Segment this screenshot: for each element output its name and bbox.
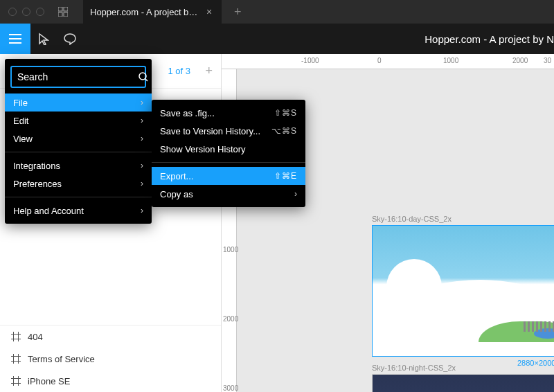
artboard-sky-day[interactable] bbox=[372, 225, 554, 357]
artboard-label[interactable]: Sky-16:10-night-CSS_2x bbox=[372, 364, 456, 372]
layer-label: 404 bbox=[28, 332, 43, 342]
home-grid-icon[interactable] bbox=[58, 7, 68, 17]
layer-label: Terms of Service bbox=[28, 354, 95, 364]
submenu-label: Export... bbox=[160, 171, 193, 181]
shortcut: ⇧⌘S bbox=[274, 108, 297, 118]
submenu-item-save-history[interactable]: Save to Version History... ⌥⌘S bbox=[152, 122, 305, 140]
ruler-tick: 1000 bbox=[223, 246, 238, 253]
submenu-item-show-history[interactable]: Show Version History bbox=[152, 140, 305, 158]
ruler-tick: 0 bbox=[377, 57, 382, 64]
pages-count: 1 of 3 bbox=[168, 66, 190, 76]
search-icon bbox=[138, 72, 148, 82]
layer-label: iPhone SE bbox=[28, 376, 70, 386]
chevron-right-icon: › bbox=[141, 98, 143, 107]
search-input[interactable] bbox=[17, 71, 138, 82]
menu-item-file[interactable]: File › bbox=[5, 93, 152, 112]
ruler-tick: 2000 bbox=[223, 315, 238, 323]
menu-separator bbox=[5, 197, 152, 197]
layer-item-404[interactable]: 404 bbox=[0, 326, 221, 348]
chevron-right-icon: › bbox=[141, 179, 143, 188]
ruler-tick: 2000 bbox=[512, 57, 528, 64]
menu-separator bbox=[5, 152, 152, 152]
ruler-tick: 30 bbox=[544, 57, 551, 64]
submenu-label: Save to Version History... bbox=[160, 126, 260, 136]
selection-dimensions: 2880×2000 bbox=[517, 359, 554, 367]
maximize-window-icon[interactable] bbox=[36, 8, 44, 16]
tab-title: Hopper.com - A project by Nara... bbox=[90, 7, 201, 17]
menu-label: Help and Account bbox=[13, 206, 84, 216]
close-window-icon[interactable] bbox=[8, 8, 17, 16]
svg-rect-3 bbox=[64, 12, 68, 17]
submenu-label: Save as .fig... bbox=[160, 108, 215, 118]
layer-item-tos[interactable]: Terms of Service bbox=[0, 348, 221, 370]
shortcut: ⇧⌘E bbox=[274, 171, 297, 181]
submenu-item-export[interactable]: Export... ⇧⌘E bbox=[152, 167, 305, 185]
chevron-right-icon: › bbox=[141, 206, 143, 215]
artboard-label[interactable]: Sky-16:10-day-CSS_2x bbox=[372, 215, 452, 223]
chevron-right-icon: › bbox=[141, 161, 143, 170]
frame-icon bbox=[11, 354, 21, 364]
submenu-label: Copy as bbox=[160, 189, 193, 199]
tab-active[interactable]: Hopper.com - A project by Nara... × bbox=[83, 0, 222, 24]
submenu-label: Show Version History bbox=[160, 144, 246, 154]
ruler-tick: 3000 bbox=[223, 384, 238, 392]
ruler-tick: -1000 bbox=[301, 57, 319, 64]
window-controls bbox=[0, 8, 44, 16]
menu-search[interactable] bbox=[10, 66, 146, 88]
comment-tool-icon[interactable] bbox=[57, 24, 83, 54]
ruler-horizontal: -1000 0 1000 2000 30 bbox=[222, 54, 554, 69]
move-tool-icon[interactable] bbox=[30, 24, 57, 54]
file-submenu: Save as .fig... ⇧⌘S Save to Version Hist… bbox=[152, 100, 305, 207]
add-page-icon[interactable]: + bbox=[205, 64, 213, 78]
titlebar: Hopper.com - A project by Nara... × + bbox=[0, 0, 554, 24]
svg-line-8 bbox=[145, 79, 148, 81]
shortcut: ⌥⌘S bbox=[271, 126, 297, 136]
main-menu-button[interactable] bbox=[0, 24, 30, 54]
svg-rect-0 bbox=[58, 7, 62, 11]
close-tab-icon[interactable]: × bbox=[206, 6, 212, 17]
menu-item-view[interactable]: View › bbox=[5, 130, 152, 148]
menu-label: File bbox=[13, 98, 28, 108]
menu-label: Integrations bbox=[13, 161, 60, 171]
main-menu: File › Edit › View › Integrations › Pref… bbox=[5, 59, 152, 224]
project-title: Hopper.com - A project by N bbox=[425, 33, 554, 45]
frame-icon bbox=[11, 376, 21, 386]
menu-item-integrations[interactable]: Integrations › bbox=[5, 157, 152, 175]
submenu-item-copy-as[interactable]: Copy as › bbox=[152, 185, 305, 203]
artboard-sky-night[interactable] bbox=[372, 374, 554, 392]
svg-point-7 bbox=[139, 73, 146, 80]
svg-rect-1 bbox=[64, 7, 68, 11]
toolbar: Hopper.com - A project by N bbox=[0, 24, 554, 54]
chevron-right-icon: › bbox=[294, 189, 297, 199]
minimize-window-icon[interactable] bbox=[22, 8, 30, 16]
submenu-item-save-fig[interactable]: Save as .fig... ⇧⌘S bbox=[152, 104, 305, 122]
ruler-tick: 1000 bbox=[443, 57, 458, 64]
layer-item-iphone-se[interactable]: iPhone SE bbox=[0, 370, 221, 392]
menu-separator bbox=[152, 162, 305, 163]
menu-label: View bbox=[13, 134, 33, 144]
menu-item-edit[interactable]: Edit › bbox=[5, 112, 152, 130]
chevron-right-icon: › bbox=[141, 134, 143, 143]
menu-label: Preferences bbox=[13, 179, 62, 189]
menu-label: Edit bbox=[13, 116, 28, 126]
city-skyline bbox=[524, 321, 554, 332]
menu-item-help[interactable]: Help and Account › bbox=[5, 202, 152, 220]
svg-rect-2 bbox=[58, 12, 62, 17]
new-tab-button[interactable]: + bbox=[229, 5, 247, 19]
menu-item-preferences[interactable]: Preferences › bbox=[5, 175, 152, 193]
chevron-right-icon: › bbox=[141, 116, 143, 125]
frame-icon bbox=[11, 332, 21, 341]
